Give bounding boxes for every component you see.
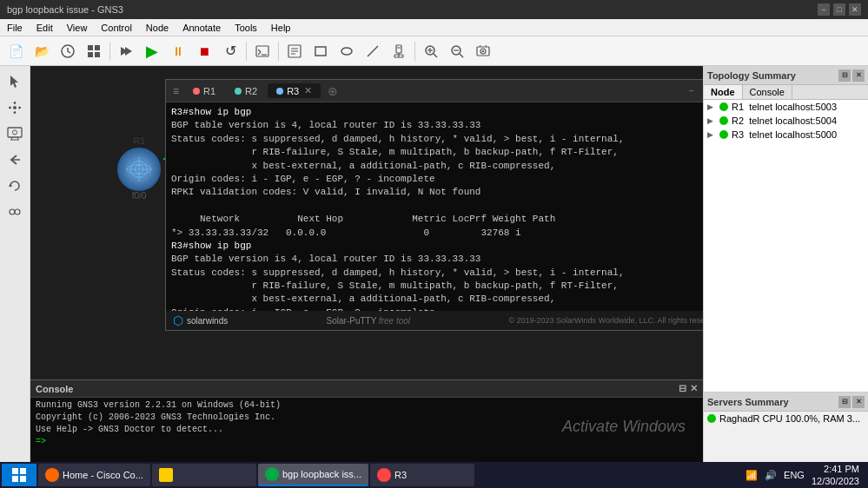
- servers-summary-panel: Servers Summary ⊟ ✕ RaghadR CPU 100.0%, …: [704, 392, 868, 462]
- solar-product-name: Solar-PuTTY free tool: [327, 316, 411, 326]
- terminal-maximize[interactable]: □: [699, 85, 703, 97]
- nav-rotate[interactable]: [3, 174, 27, 198]
- title-bar: bgp loopback issue - GNS3 − □ ✕: [0, 0, 868, 19]
- run-cmd-button[interactable]: [114, 39, 138, 63]
- tab-r3-dot: [276, 88, 283, 95]
- window-controls: − □ ✕: [818, 3, 861, 16]
- nav-group[interactable]: [3, 200, 27, 224]
- r3-expand-arrow: ▶: [707, 130, 716, 139]
- start-button[interactable]: ▶: [140, 39, 164, 63]
- solar-bar: ⬡ solarwinds Solar-PuTTY free tool © 201…: [166, 311, 703, 330]
- taskbar-chrome-icon: [45, 468, 59, 482]
- nav-pointer[interactable]: [3, 69, 27, 94]
- pause-button[interactable]: ⏸: [166, 39, 190, 63]
- draw-rect-button[interactable]: [308, 39, 333, 63]
- preferences-button[interactable]: [82, 39, 106, 63]
- taskbar-app-search[interactable]: Home - Cisco Co...: [38, 464, 150, 486]
- menu-tools[interactable]: Tools: [231, 23, 261, 33]
- topo-node-r1[interactable]: ▶ R1 telnet localhost:5003: [704, 100, 868, 114]
- console-prompt-line: =>: [36, 436, 698, 448]
- reload-button[interactable]: ↺: [218, 39, 242, 63]
- term-line-5: x best-external, a additional-path, c RI…: [171, 160, 703, 173]
- server-item-raghad[interactable]: RaghadR CPU 100.0%, RAM 3...: [704, 412, 868, 425]
- console-button[interactable]: [250, 39, 275, 63]
- terminal-content[interactable]: R3#show ip bgp BGP table version is 4, l…: [166, 102, 703, 311]
- term-line-7: RPKI validation codes: V valid, I invali…: [171, 186, 703, 199]
- toolbar-sep-3: [278, 42, 279, 61]
- terminal-minimize[interactable]: −: [686, 85, 698, 97]
- tab-r3-close[interactable]: ✕: [304, 85, 312, 96]
- topo-close-btn[interactable]: ✕: [852, 69, 865, 82]
- menu-node[interactable]: Node: [142, 23, 172, 33]
- svg-point-14: [341, 48, 352, 55]
- svg-point-40: [10, 209, 15, 214]
- terminal-tab-r1[interactable]: R1: [184, 84, 224, 98]
- topology-summary-panel: Topology Summary ⊟ ✕ Node Console ▶ R1 t…: [704, 66, 868, 392]
- menu-edit[interactable]: Edit: [33, 23, 56, 33]
- menu-view[interactable]: View: [63, 23, 91, 33]
- servers-close-btn[interactable]: ✕: [852, 396, 865, 408]
- term-line-8: [171, 200, 703, 213]
- terminal-tab-r2[interactable]: R2: [226, 84, 266, 98]
- stop-button[interactable]: ⏹: [192, 39, 216, 63]
- toolbar-sep-4: [414, 42, 415, 61]
- menu-annotate[interactable]: Annotate: [179, 23, 224, 33]
- taskbar-app-explorer[interactable]: [152, 464, 256, 486]
- r3-node-info: R3 telnet localhost:5000: [732, 129, 837, 140]
- maximize-button[interactable]: □: [833, 3, 845, 16]
- topology-tab-console[interactable]: Console: [743, 85, 792, 99]
- menu-help[interactable]: Help: [268, 23, 295, 33]
- draw-line-button[interactable]: [361, 39, 385, 63]
- taskbar-date: 12/30/2023: [812, 475, 859, 487]
- svg-rect-33: [8, 128, 22, 137]
- menu-control[interactable]: Control: [97, 23, 135, 33]
- taskbar-app-gns3[interactable]: bgp loopback iss...: [258, 464, 368, 486]
- terminal-tab-r3[interactable]: R3 ✕: [268, 83, 321, 98]
- taskbar-app-putty[interactable]: R3: [370, 464, 474, 486]
- draw-ellipse-button[interactable]: [335, 39, 359, 63]
- topo-node-r3[interactable]: ▶ R3 telnet localhost:5000: [704, 128, 868, 142]
- bottom-console: Console ⊟ ✕ Running GNS3 version 2.2.31 …: [30, 379, 703, 462]
- snapshot-button[interactable]: [56, 39, 80, 63]
- open-button[interactable]: 📂: [30, 39, 54, 63]
- tab-r2-label: R2: [245, 86, 257, 96]
- new-button[interactable]: 📄: [3, 39, 28, 63]
- zoom-in-button[interactable]: [419, 39, 443, 63]
- nav-back[interactable]: [3, 148, 27, 172]
- r1-expand-arrow: ▶: [707, 102, 716, 111]
- zoom-out-button[interactable]: [445, 39, 469, 63]
- volume-icon: 🔊: [765, 470, 777, 481]
- topology-tab-node[interactable]: Node: [704, 85, 743, 99]
- nav-pan[interactable]: [3, 96, 27, 120]
- r2-status-dot: [719, 116, 728, 125]
- svg-point-29: [482, 49, 484, 51]
- console-float-btn[interactable]: ⊟: [679, 383, 686, 394]
- topology-node-list: ▶ R1 telnet localhost:5003 ▶ R2 telnet l…: [704, 100, 868, 392]
- node-r1-icon: [117, 148, 161, 191]
- terminal-menu-icon[interactable]: ≡: [169, 85, 182, 97]
- topo-node-r2[interactable]: ▶ R2 telnet localhost:5004: [704, 114, 868, 128]
- servers-float-btn[interactable]: ⊟: [838, 396, 851, 408]
- taskbar-lang: ENG: [784, 470, 805, 480]
- svg-rect-2: [95, 45, 100, 50]
- node-r1[interactable]: R1 f0/0: [117, 135, 161, 201]
- screenshot-button[interactable]: [471, 39, 495, 63]
- topo-float-btn[interactable]: ⊟: [838, 69, 851, 82]
- r1-node-info: R1 telnet localhost:5003: [732, 102, 837, 112]
- add-note-button[interactable]: [282, 39, 307, 63]
- console-prompt: =>: [36, 437, 46, 446]
- add-image-button[interactable]: [387, 39, 411, 63]
- terminal-add-tab[interactable]: ⊕: [322, 84, 343, 98]
- gns3-workspace[interactable]: R1 f0/0 R2: [30, 66, 703, 462]
- solar-tagline: free tool: [379, 316, 410, 326]
- topology-header-controls: ⊟ ✕: [838, 69, 865, 82]
- menu-file[interactable]: File: [3, 23, 26, 33]
- minimize-button[interactable]: −: [818, 3, 830, 16]
- console-close-btn[interactable]: ✕: [690, 383, 698, 394]
- svg-point-37: [13, 130, 17, 135]
- term-line-4: r RIB-failure, S Stale, m multipath, b b…: [171, 146, 703, 159]
- console-content[interactable]: Running GNS3 version 2.2.31 on Windows (…: [30, 398, 703, 462]
- start-button[interactable]: [2, 464, 36, 486]
- close-button[interactable]: ✕: [849, 3, 861, 16]
- nav-monitor[interactable]: [3, 122, 27, 146]
